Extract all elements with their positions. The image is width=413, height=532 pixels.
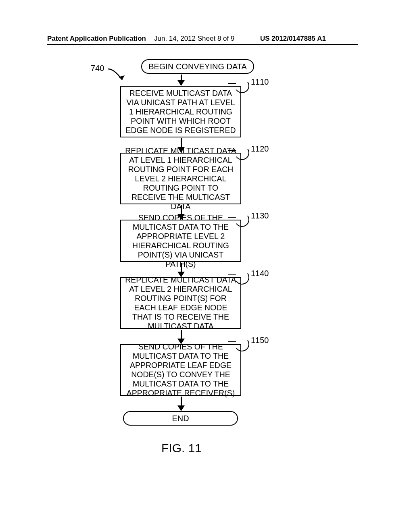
process-1140: REPLICATE MULTICAST DATA AT LEVEL 2 HIER… (120, 277, 241, 329)
header-publication: Patent Application Publication (47, 35, 146, 43)
header-date-sheet: Jun. 14, 2012 Sheet 8 of 9 (154, 35, 234, 43)
process-1130-text: SEND COPIES OF THE MULTICAST DATA TO THE… (125, 213, 236, 269)
terminal-end: END (123, 411, 238, 426)
process-1150: SEND COPIES OF THE MULTICAST DATA TO THE… (120, 344, 241, 396)
arrow-1140-to-1150 (181, 330, 182, 343)
process-1140-text: REPLICATE MULTICAST DATA AT LEVEL 2 HIER… (125, 275, 236, 331)
process-1120: REPLICATE MULTICAST DATA AT LEVEL 1 HIER… (120, 153, 241, 204)
figure-label: FIG. 11 (161, 441, 202, 455)
terminal-begin: BEGIN CONVEYING DATA (141, 59, 254, 74)
process-1150-text: SEND COPIES OF THE MULTICAST DATA TO THE… (125, 342, 236, 398)
process-1110: RECEIVE MULTICAST DATA VIA UNICAST PATH … (120, 86, 241, 137)
arrow-1130-to-1140 (181, 263, 182, 276)
ref-1110: 1110 (251, 77, 269, 87)
header-pub-number: US 2012/0147885 A1 (260, 35, 326, 43)
process-1130: SEND COPIES OF THE MULTICAST DATA TO THE… (120, 220, 241, 262)
process-1110-text: RECEIVE MULTICAST DATA VIA UNICAST PATH … (125, 89, 236, 135)
arrow-1150-to-end (181, 397, 182, 410)
ref-1120: 1120 (251, 144, 269, 154)
header-rule (47, 44, 358, 45)
ref-1150: 1150 (251, 336, 269, 345)
terminal-end-text: END (172, 414, 189, 423)
ref-740: 740 (91, 64, 104, 73)
ref-1110-line (228, 83, 236, 84)
ref-1140: 1140 (251, 269, 269, 278)
arrow-begin-to-1110 (181, 75, 182, 85)
process-1120-text: REPLICATE MULTICAST DATA AT LEVEL 1 HIER… (125, 146, 236, 211)
ref-1130: 1130 (251, 211, 269, 220)
ref-740-pointer (106, 66, 130, 86)
terminal-begin-text: BEGIN CONVEYING DATA (148, 62, 247, 71)
